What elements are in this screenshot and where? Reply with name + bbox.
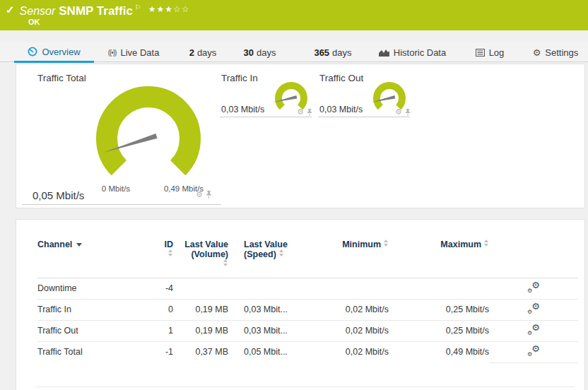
pin-icon[interactable] [307, 109, 312, 116]
sort-arrows-icon [384, 240, 389, 247]
pin-icon[interactable] [405, 109, 411, 116]
divider [22, 204, 221, 205]
gauge-quick-actions: ⚙ [196, 191, 212, 199]
tab-30-days[interactable]: 30 days [240, 42, 279, 62]
sort-arrows-icon [223, 259, 228, 266]
channel-id: 1 [158, 320, 173, 341]
gauge-scale-min: 0 Mbit/s [81, 184, 151, 193]
column-header-channel-label: Channel [37, 240, 72, 249]
channel-volume: 0,37 MB [173, 341, 228, 362]
channel-speed: 0,03 Mbit... [228, 299, 295, 320]
channel-speed [228, 278, 295, 299]
channel-volume: 0,19 MB [173, 320, 228, 341]
gear-icon[interactable]: ⚙ [395, 108, 402, 116]
column-header-maximum[interactable]: Maximum [389, 240, 489, 278]
gauge-quick-actions: ⚙ [395, 108, 411, 116]
sort-arrows-icon [279, 249, 284, 256]
gear-icon[interactable]: ⚙ [297, 108, 304, 116]
channel-id: -1 [158, 341, 173, 362]
column-header-edit [489, 240, 578, 278]
tab-settings[interactable]: ⚙ Settings [534, 42, 577, 62]
channel-volume [173, 278, 228, 299]
channel-name[interactable]: Downtime [37, 278, 158, 299]
gauge-icon [28, 47, 37, 57]
traffic-total-current-value: 0,05 Mbit/s [33, 189, 84, 201]
channel-minimum: 0,02 Mbit/s [295, 320, 389, 341]
status-ok-check-icon: ✓ [6, 4, 15, 16]
tab-2-days[interactable]: 2 days [185, 42, 220, 62]
edit-channel-gears-icon[interactable]: ⚙⚙ [527, 282, 540, 293]
tab-log-label: Log [489, 47, 505, 58]
channel-table-panel: Channel ID Last Value (Volume) Last Valu… [16, 219, 585, 390]
channel-minimum [295, 278, 389, 299]
tab-365-days-unit: days [332, 47, 351, 58]
channel-name[interactable]: Traffic In [37, 299, 158, 320]
table-header-row: Channel ID Last Value (Volume) Last Valu… [37, 240, 578, 278]
column-header-id-label: ID [165, 240, 174, 249]
tab-overview[interactable]: Overview [14, 42, 94, 63]
traffic-out-current-value: 0,03 Mbit/s [319, 105, 363, 114]
tab-bar: Overview ((•)) Live Data 2 days 30 days … [0, 42, 588, 62]
sensor-status-bar: ✓SensorSNMP Traffic⚐★★★☆☆ OK [0, 0, 588, 30]
tab-365-days-number: 365 [314, 47, 329, 58]
table-row-traffic-out: Traffic Out 1 0,19 MB 0,03 Mbit... 0,02 … [37, 320, 578, 341]
sensor-title: SNMP Traffic [59, 4, 133, 18]
tab-log[interactable]: Log [475, 42, 505, 62]
traffic-in-current-value: 0,03 Mbit/s [221, 105, 264, 114]
flag-icon[interactable]: ⚐ [135, 4, 141, 11]
column-header-channel[interactable]: Channel [37, 240, 158, 278]
column-header-last-value-volume[interactable]: Last Value (Volume) [173, 240, 228, 278]
tab-30-days-unit: days [257, 47, 276, 58]
live-broadcast-icon: ((•)) [108, 49, 117, 57]
channel-id: 0 [158, 299, 173, 320]
gear-icon[interactable]: ⚙ [196, 191, 203, 199]
column-header-maximum-label: Maximum [440, 240, 481, 249]
priority-stars[interactable]: ★★★☆☆ [148, 4, 190, 14]
column-header-speed-line2: (Speed) [244, 249, 276, 259]
edit-channel-gears-icon[interactable]: ⚙⚙ [527, 324, 540, 336]
status-badge: OK [28, 18, 40, 26]
channel-name[interactable]: Traffic Out [37, 320, 158, 341]
edit-channel-gears-icon[interactable]: ⚙⚙ [527, 303, 540, 314]
tab-overview-label: Overview [42, 47, 80, 57]
table-row-traffic-total: Traffic Total -1 0,37 MB 0,05 Mbit... 0,… [37, 341, 578, 362]
channel-maximum: 0,49 Mbit/s [389, 341, 489, 362]
traffic-total-gauge [95, 85, 201, 177]
channel-id: -4 [158, 278, 173, 299]
edit-channel-gears-icon[interactable]: ⚙⚙ [527, 345, 540, 357]
column-header-minimum[interactable]: Minimum [295, 240, 389, 278]
column-header-id[interactable]: ID [158, 240, 173, 278]
tab-2-days-number: 2 [189, 47, 194, 58]
gauge-title-traffic-total: Traffic Total [37, 73, 86, 83]
log-list-icon [476, 49, 485, 57]
column-header-last-value-speed[interactable]: Last Value (Speed) [228, 240, 295, 278]
column-header-volume-line2: (Volume) [191, 249, 228, 259]
table-row-traffic-in: Traffic In 0 0,19 MB 0,03 Mbit... 0,02 M… [37, 299, 578, 320]
gauge-title-traffic-in: Traffic In [221, 73, 258, 83]
tab-settings-label: Settings [545, 47, 578, 58]
table-row-downtime: Downtime -4 ⚙⚙ [37, 278, 578, 299]
channel-minimum: 0,02 Mbit/s [295, 299, 389, 320]
channel-table: Channel ID Last Value (Volume) Last Valu… [37, 240, 578, 363]
tab-365-days[interactable]: 365 days [311, 42, 355, 62]
tab-live-data-label: Live Data [120, 47, 159, 58]
object-kind-label: Sensor [20, 5, 56, 17]
column-header-speed-line1: Last Value [244, 240, 288, 249]
column-header-volume-line1: Last Value [184, 240, 228, 249]
tab-live-data[interactable]: ((•)) Live Data [105, 42, 163, 62]
pin-icon[interactable] [206, 191, 212, 199]
gear-icon: ⚙ [533, 47, 541, 58]
tab-historic-data[interactable]: Historic Data [379, 42, 446, 62]
sort-arrows-icon [168, 249, 173, 256]
overview-gauges-panel: Traffic Total 0 Mbit/s 0,49 Mbit/s 0,05 … [16, 64, 585, 208]
channel-minimum: 0,02 Mbit/s [295, 341, 389, 362]
gauge-quick-actions: ⚙ [297, 108, 312, 116]
column-header-minimum-label: Minimum [342, 240, 381, 249]
channel-name[interactable]: Traffic Total [37, 341, 158, 362]
gauge-title-traffic-out: Traffic Out [319, 73, 363, 83]
channel-maximum: 0,25 Mbit/s [389, 299, 489, 320]
channel-maximum [389, 278, 489, 299]
tab-30-days-number: 30 [244, 47, 254, 58]
channel-speed: 0,03 Mbit... [228, 320, 295, 341]
area-chart-icon [379, 49, 389, 57]
